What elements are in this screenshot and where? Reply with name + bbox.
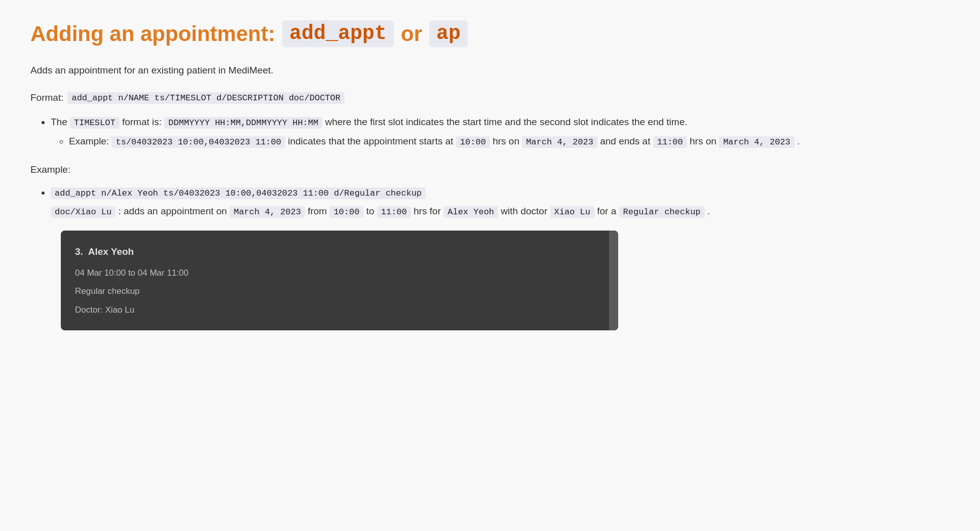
appt-doctor-code: Xiao Lu: [550, 206, 594, 218]
format-line: Format: add_appt n/NAME ts/TIMESLOT d/DE…: [30, 92, 950, 104]
format-label: Format:: [30, 92, 63, 103]
description-text: Adds an appointment for an existing pati…: [30, 63, 950, 78]
end-time-code: 11:00: [653, 136, 687, 148]
list-item: The TIMESLOT format is: DDMMYYYY HH:MM,D…: [51, 114, 950, 150]
example-command-line2: doc/Xiao Lu: [51, 206, 116, 218]
example-ts-code: ts/04032023 10:00,04032023 11:00: [111, 136, 285, 148]
start-time-code: 10:00: [456, 136, 490, 148]
bullets-list: The TIMESLOT format is: DDMMYYYY HH:MM,D…: [30, 114, 950, 150]
example-list: add_appt n/Alex Yeoh ts/04032023 10:00,0…: [30, 183, 950, 330]
sub-list: Example: ts/04032023 10:00,04032023 11:0…: [51, 133, 950, 150]
scrollbar[interactable]: [611, 236, 617, 276]
format-code: add_appt n/NAME ts/TIMESLOT d/DESCRIPTIO…: [67, 92, 345, 104]
preview-entry-number: 3. Alex Yeoh: [75, 243, 604, 261]
appt-patient-code: Alex Yeoh: [443, 206, 498, 218]
appt-date-code: March 4, 2023: [230, 206, 305, 218]
end-date-code: March 4, 2023: [719, 136, 795, 148]
timeslot-code: TIMESLOT: [70, 117, 120, 129]
appt-desc-code: Regular checkup: [619, 206, 705, 218]
page-title: Adding an appointment: add_appt or ap: [30, 20, 950, 47]
title-or: or: [401, 22, 422, 46]
preview-entry-date: 04 Mar 10:00 to 04 Mar 11:00: [75, 265, 604, 281]
example-command-line1: add_appt n/Alex Yeoh ts/04032023 10:00,0…: [51, 187, 426, 199]
example-list-item: add_appt n/Alex Yeoh ts/04032023 10:00,0…: [51, 183, 950, 330]
title-code1: add_appt: [282, 20, 394, 47]
start-date-code: March 4, 2023: [522, 136, 597, 148]
sub-list-item: Example: ts/04032023 10:00,04032023 11:0…: [69, 133, 950, 150]
preview-entry-doctor: Doctor: Xiao Lu: [75, 302, 604, 318]
appt-to-code: 11:00: [377, 206, 411, 218]
appt-from-code: 10:00: [329, 206, 363, 218]
title-prefix: Adding an appointment:: [30, 22, 275, 46]
timeslot-format-code: DDMMYYYY HH:MM,DDMMYYYY HH:MM: [164, 117, 322, 129]
app-preview-box: 3. Alex Yeoh 04 Mar 10:00 to 04 Mar 11:0…: [61, 231, 618, 330]
title-code2: ap: [429, 20, 468, 47]
example-label: Example:: [30, 164, 950, 175]
preview-entry-type: Regular checkup: [75, 283, 604, 299]
